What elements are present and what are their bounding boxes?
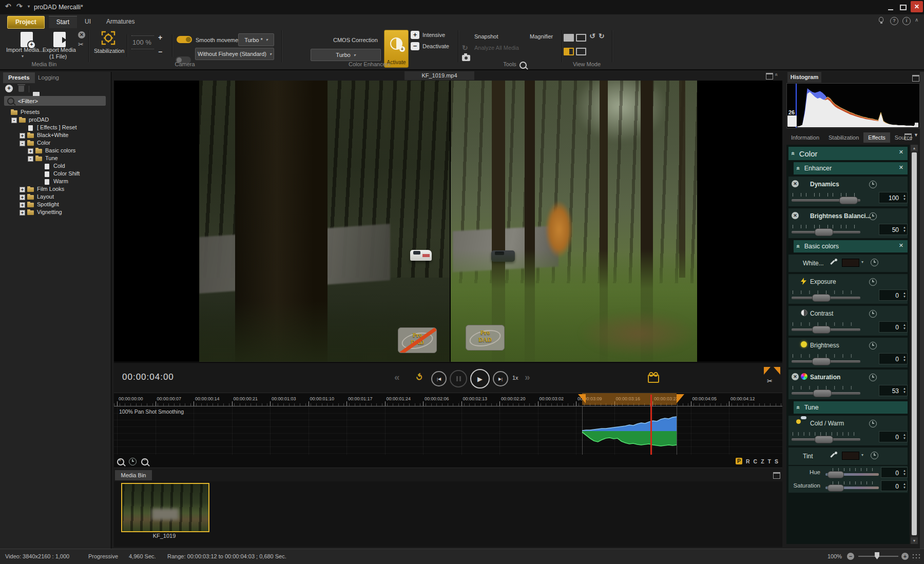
section-header-enhancer[interactable]: «Enhancer✕ [794, 162, 908, 174]
effect-value-box[interactable]: 100▲▼ [879, 192, 908, 203]
timeline-zoom-in-icon[interactable]: + [117, 458, 124, 465]
tab-information[interactable]: Information [786, 132, 824, 143]
tree-item-tune[interactable]: -Tune [2, 155, 110, 163]
tree-item-prodad[interactable]: -proDAD [2, 116, 110, 124]
keyframe-clock-icon[interactable] [869, 310, 877, 318]
tree-expand-icon[interactable]: - [28, 156, 33, 162]
collapse-icon[interactable]: « [790, 152, 797, 155]
caret-down-icon[interactable]: ▾ [861, 260, 863, 264]
slider-thumb[interactable] [839, 197, 858, 204]
playback-speed[interactable]: 1x [512, 375, 518, 381]
playhead[interactable] [650, 395, 652, 455]
mode-letter-p[interactable]: P [736, 458, 742, 464]
intensive-button[interactable]: + [411, 31, 419, 39]
cut-scissors-icon[interactable]: ✂ [767, 377, 773, 385]
snapshot-label[interactable]: Snapshot [474, 33, 498, 40]
tree-item-black-white[interactable]: +Black+White [2, 132, 110, 140]
range-start-marker[interactable] [578, 394, 586, 403]
fisheye-dropdown[interactable]: Without Fisheye (Standard)▾ [195, 48, 274, 60]
effect-slider[interactable] [792, 432, 860, 443]
color-swatch[interactable] [842, 452, 859, 460]
eyedropper-icon[interactable] [831, 259, 838, 266]
skip-start-button[interactable]: |◀ [431, 371, 447, 386]
tree-expand-icon[interactable]: + [20, 210, 25, 216]
range-end-marker[interactable] [677, 394, 684, 403]
tab-logging[interactable]: Logging [33, 72, 64, 83]
titlebar-menu-caret-icon[interactable]: ▾ [28, 4, 30, 9]
dual-view-icon[interactable] [576, 34, 586, 42]
stabilization-label[interactable]: Stabilization [94, 48, 124, 54]
value-spinner[interactable]: ▲▼ [903, 226, 906, 233]
maximize-button[interactable] [898, 3, 908, 11]
value-spinner[interactable]: ▲▼ [903, 355, 906, 362]
tree-item-basic-colors[interactable]: +Basic colors [2, 147, 110, 155]
effects-scrollbar[interactable]: ▲ ▼ [911, 145, 918, 544]
undo-icon[interactable]: ↶ [5, 2, 11, 10]
mode-letter-r[interactable]: R [746, 458, 750, 464]
tree-expand-icon[interactable]: - [11, 118, 17, 123]
magnifier-label[interactable]: Magnifier [530, 33, 553, 40]
effect-slider[interactable] [825, 468, 879, 477]
effect-slider[interactable] [792, 290, 860, 302]
scroll-down-icon[interactable]: ▼ [911, 537, 918, 544]
tree-expand-icon[interactable]: + [20, 133, 25, 139]
import-media-label[interactable]: Import Media... [6, 47, 44, 53]
value-spinner[interactable]: ▲▼ [903, 323, 906, 330]
export-clip-icon[interactable] [648, 375, 659, 383]
effect-value-box[interactable]: 0▲▼ [881, 467, 908, 478]
slider-thumb[interactable] [813, 390, 832, 397]
effect-value-box[interactable]: 0▲▼ [879, 289, 908, 301]
zoom-in-button[interactable]: + [158, 33, 162, 42]
effect-slider[interactable] [792, 386, 860, 397]
mode-letter-c[interactable]: C [754, 458, 758, 464]
slider-thumb[interactable] [812, 358, 831, 365]
color-swatch[interactable] [842, 259, 859, 267]
collapse-icon[interactable]: « [795, 245, 802, 248]
import-media-button[interactable]: + [16, 31, 45, 60]
media-bin-panel-icon[interactable] [773, 472, 780, 479]
jump-back-icon[interactable]: « [394, 372, 400, 383]
tree-item-warm[interactable]: Warm [2, 178, 110, 186]
split-view-icon[interactable] [564, 48, 574, 55]
value-spinner[interactable]: ▲▼ [903, 291, 906, 299]
info-icon[interactable]: i [902, 17, 911, 25]
effect-value-box[interactable]: 0▲▼ [881, 480, 908, 491]
skip-end-button[interactable]: ▶| [493, 371, 508, 386]
tree-item-color[interactable]: -Color [2, 140, 110, 147]
section-header-basic-colors[interactable]: «Basic colors✕ [794, 240, 908, 252]
trim-in-marker-icon[interactable] [764, 367, 771, 375]
keyframe-clock-icon[interactable] [869, 342, 877, 349]
collapse-icon[interactable]: « [795, 406, 802, 410]
close-button[interactable]: ✕ [911, 1, 923, 12]
keyframe-clock-icon[interactable] [869, 420, 877, 427]
stabilization-button[interactable] [101, 30, 117, 47]
preset-filter-input[interactable]: <Filter> [4, 96, 106, 106]
menu-tab-start[interactable]: Start [49, 16, 77, 28]
tree-expand-icon[interactable]: + [28, 148, 33, 154]
tab-stabilization[interactable]: Stabilization [824, 132, 863, 143]
menu-tab-ui[interactable]: UI [77, 16, 99, 28]
rotate-left-icon[interactable]: ↺ [589, 32, 595, 40]
minimize-button[interactable] [886, 3, 895, 11]
eyedropper-icon[interactable] [831, 452, 838, 459]
mode-letter-s[interactable]: S [775, 458, 778, 464]
tree-expand-icon[interactable]: + [20, 202, 25, 208]
scroll-up-icon[interactable]: ▲ [911, 145, 918, 151]
value-spinner[interactable]: ▲▼ [903, 433, 906, 440]
tree-item-effects-reset[interactable]: [ Effects ] Reset [2, 124, 110, 132]
keyframe-clock-icon[interactable] [869, 374, 877, 381]
tree-item-film-looks[interactable]: +Film Looks [2, 186, 110, 193]
remove-effect-icon[interactable]: ✕ [792, 373, 799, 380]
import-caret-icon[interactable]: ▾ [22, 54, 24, 59]
tree-item-layout[interactable]: +Layout [2, 193, 110, 201]
effect-value-box[interactable]: 0▲▼ [879, 431, 908, 442]
jump-forward-icon[interactable]: » [525, 372, 530, 383]
keyframe-clock-icon[interactable] [869, 278, 877, 286]
scissors-icon[interactable]: ✂ [78, 41, 84, 48]
remove-effect-icon[interactable]: ✕ [792, 180, 799, 187]
add-preset-button[interactable]: + [5, 85, 13, 92]
zoom-minus-button[interactable]: − [847, 553, 854, 560]
effect-value-box[interactable]: 0▲▼ [879, 321, 908, 333]
mode-letter-z[interactable]: Z [761, 458, 764, 464]
clip-thumbnail[interactable] [121, 483, 209, 532]
